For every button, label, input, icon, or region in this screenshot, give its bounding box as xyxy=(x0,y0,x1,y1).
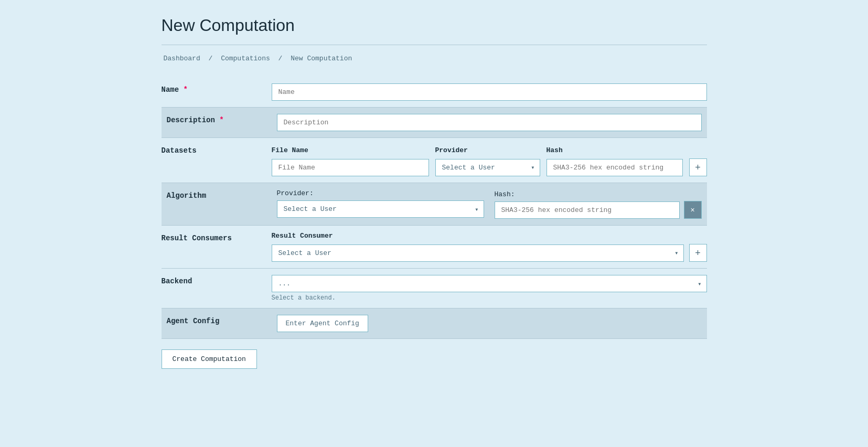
algorithm-hash-inner: Hash: xyxy=(495,190,680,219)
breadcrumb: Dashboard / Computations / New Computati… xyxy=(162,55,707,62)
agent-config-content-cell: Enter Agent Config xyxy=(272,308,707,339)
algorithm-hash-block: Hash: × xyxy=(495,189,702,219)
backend-select-wrapper: ... ▾ xyxy=(272,275,707,292)
backend-content-cell: ... ▾ Select a backend. xyxy=(272,269,707,308)
datasets-header: File Name Provider Hash xyxy=(272,144,707,154)
page-container: New Computation Dashboard / Computations… xyxy=(67,0,801,390)
description-row: Description * xyxy=(162,108,707,138)
breadcrumb-dashboard: Dashboard xyxy=(164,55,200,62)
description-content-cell xyxy=(272,108,707,138)
result-consumers-content-cell: Result Consumer Select a User ▾ + xyxy=(272,226,707,269)
algorithm-label-cell: Algorithm xyxy=(162,183,272,226)
algorithm-hash-label: Hash: xyxy=(495,190,680,198)
col-label-hash: Hash xyxy=(546,146,707,154)
dataset-file-input[interactable] xyxy=(272,159,429,176)
add-result-consumer-button[interactable]: + xyxy=(689,244,707,262)
breadcrumb-sep2: / xyxy=(278,55,283,62)
breadcrumb-computations: Computations xyxy=(221,55,270,62)
form-table: Name * Description * Datasets xyxy=(162,77,707,339)
result-consumers-label-cell: Result Consumers xyxy=(162,226,272,269)
algorithm-hash-input[interactable] xyxy=(495,201,680,219)
name-label: Name xyxy=(162,86,179,94)
agent-config-row: Agent Config Enter Agent Config xyxy=(162,308,707,339)
breadcrumb-current: New Computation xyxy=(291,55,352,62)
remove-algorithm-button[interactable]: × xyxy=(684,201,702,219)
page-title: New Computation xyxy=(162,16,707,35)
datasets-content-cell: File Name Provider Hash Select a User ▾ … xyxy=(272,138,707,183)
algorithm-provider-block: Provider: Select a User ▾ xyxy=(277,189,484,218)
dataset-provider-wrapper: Select a User ▾ xyxy=(435,159,540,176)
backend-label-cell: Backend xyxy=(162,269,272,308)
description-input[interactable] xyxy=(277,114,702,131)
result-consumer-select-wrapper: Select a User ▾ xyxy=(272,244,684,262)
description-label: Description xyxy=(167,116,215,124)
algorithm-provider-select[interactable]: Select a User xyxy=(277,200,484,218)
datasets-row: Datasets File Name Provider Hash Select … xyxy=(162,138,707,183)
result-consumers-label: Result Consumers xyxy=(162,234,232,242)
agent-config-label-cell: Agent Config xyxy=(162,308,272,339)
result-consumer-select[interactable]: Select a User xyxy=(272,244,684,262)
algorithm-provider-wrapper: Select a User ▾ xyxy=(277,200,484,218)
name-input[interactable] xyxy=(272,83,707,101)
description-required: * xyxy=(219,116,223,124)
create-computation-button[interactable]: Create Computation xyxy=(162,349,257,369)
backend-select[interactable]: ... xyxy=(272,275,707,292)
col-label-file-name: File Name xyxy=(272,146,429,154)
description-label-cell: Description * xyxy=(162,108,272,138)
breadcrumb-sep1: / xyxy=(209,55,213,62)
algorithm-label: Algorithm xyxy=(167,191,207,200)
col-label-provider: Provider xyxy=(435,146,540,154)
algorithm-row: Algorithm Provider: Select a User ▾ xyxy=(162,183,707,226)
name-content-cell xyxy=(272,77,707,108)
algorithm-inputs: Provider: Select a User ▾ Hash: xyxy=(277,189,702,219)
name-row: Name * xyxy=(162,77,707,108)
result-consumer-input-row: Select a User ▾ + xyxy=(272,244,707,262)
dataset-hash-input[interactable] xyxy=(546,159,683,176)
datasets-input-row: Select a User ▾ + xyxy=(272,158,707,176)
add-dataset-button[interactable]: + xyxy=(689,158,707,176)
agent-config-label: Agent Config xyxy=(167,317,220,325)
result-consumer-col-label: Result Consumer xyxy=(272,232,707,240)
page-divider xyxy=(162,45,707,45)
dataset-provider-select[interactable]: Select a User xyxy=(435,159,540,176)
algorithm-content-cell: Provider: Select a User ▾ Hash: xyxy=(272,183,707,226)
datasets-label-cell: Datasets xyxy=(162,138,272,183)
backend-row: Backend ... ▾ Select a backend. xyxy=(162,269,707,308)
result-consumers-row: Result Consumers Result Consumer Select … xyxy=(162,226,707,269)
algorithm-provider-label: Provider: xyxy=(277,189,484,197)
name-required: * xyxy=(184,86,188,94)
backend-label: Backend xyxy=(162,277,192,285)
datasets-label: Datasets xyxy=(162,146,197,155)
backend-hint: Select a backend. xyxy=(272,294,707,302)
agent-config-button[interactable]: Enter Agent Config xyxy=(277,315,368,332)
name-label-cell: Name * xyxy=(162,77,272,108)
